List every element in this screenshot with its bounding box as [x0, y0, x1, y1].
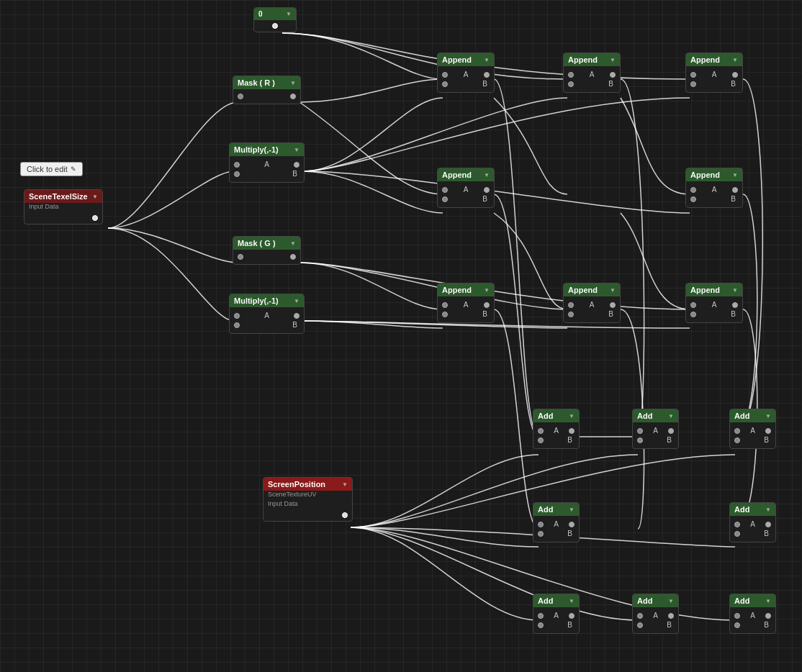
add-8-output-port[interactable] [765, 613, 771, 619]
append-3-header: Append ▼ [686, 53, 742, 66]
multiply1-b-port[interactable] [234, 171, 240, 177]
append-5-node[interactable]: Append ▼ A B [685, 168, 743, 208]
add-3-node[interactable]: Add ▼ A B [729, 409, 776, 449]
add-5-b-port[interactable] [734, 531, 740, 537]
append-8-a-port[interactable] [690, 302, 696, 308]
append-1-a-port[interactable] [442, 72, 448, 78]
mask-g-input-port[interactable] [238, 254, 243, 260]
append-3-node[interactable]: Append ▼ A B [685, 53, 743, 93]
dropdown-arrow: ▼ [342, 481, 348, 488]
multiply1-a-row: A [234, 160, 299, 168]
add-5-node[interactable]: Add ▼ A B [729, 502, 776, 542]
add-2-b-port[interactable] [637, 437, 643, 443]
add-1-node[interactable]: Add ▼ A B [533, 409, 580, 449]
append-3-b-port[interactable] [690, 81, 696, 87]
append-1-output-port[interactable] [484, 72, 490, 78]
add-7-node[interactable]: Add ▼ A B [632, 594, 679, 634]
append-6-node[interactable]: Append ▼ A B [437, 283, 495, 323]
append-6-output-port[interactable] [484, 302, 490, 308]
append-2-b-port[interactable] [568, 81, 574, 87]
dropdown-arrow: ▼ [610, 57, 616, 63]
screen-position-node[interactable]: ScreenPosition ▼ SceneTextureUV Input Da… [263, 477, 353, 522]
append-7-node[interactable]: Append ▼ A B [563, 283, 621, 323]
multiply2-b-label: B [292, 321, 297, 329]
add-2-output-port[interactable] [668, 428, 674, 434]
add-5-a-port[interactable] [734, 522, 740, 527]
append-6-a-row: A [442, 301, 490, 309]
edit-icon: ✎ [71, 165, 76, 173]
append-4-output-port[interactable] [484, 187, 490, 193]
add-3-a-port[interactable] [734, 428, 740, 434]
multiply1-b-label: B [292, 170, 297, 178]
append-8-b-port[interactable] [690, 312, 696, 317]
add-8-a-port[interactable] [734, 613, 740, 619]
append-4-a-port[interactable] [442, 187, 448, 193]
append-5-a-port[interactable] [690, 187, 696, 193]
append-2-output-port[interactable] [610, 72, 616, 78]
add-3-b-port[interactable] [734, 437, 740, 443]
zero-node[interactable]: 0 ▼ [253, 7, 297, 32]
add-7-output-port[interactable] [668, 613, 674, 619]
append-7-output-port[interactable] [610, 302, 616, 308]
append-6-a-port[interactable] [442, 302, 448, 308]
append-1-header: Append ▼ [438, 53, 494, 66]
multiply1-node[interactable]: Multiply(,-1) ▼ A B [229, 142, 305, 183]
add-1-a-port[interactable] [538, 428, 544, 434]
append-6-b-port[interactable] [442, 312, 448, 317]
add-4-output-port[interactable] [569, 522, 575, 527]
append-4-node[interactable]: Append ▼ A B [437, 168, 495, 208]
screen-pos-output-port[interactable] [342, 512, 348, 518]
multiply1-a-port[interactable] [234, 162, 240, 168]
multiply2-b-port[interactable] [234, 322, 240, 328]
mask-r-output-port[interactable] [290, 94, 296, 99]
append-5-b-port[interactable] [690, 196, 696, 202]
add-4-b-port[interactable] [538, 531, 544, 537]
add-4-node[interactable]: Add ▼ A B [533, 502, 580, 542]
append-7-a-port[interactable] [568, 302, 574, 308]
screen-pos-sub2: Input Data [263, 500, 352, 509]
add-4-a-port[interactable] [538, 522, 544, 527]
zero-output-port[interactable] [272, 23, 278, 29]
add-8-b-row: B [734, 621, 771, 629]
add-8-b-port[interactable] [734, 622, 740, 628]
append-1-node[interactable]: Append ▼ A B [437, 53, 495, 93]
dropdown-arrow: ▼ [732, 172, 738, 178]
mask-g-output-port[interactable] [290, 254, 296, 260]
add-6-output-port[interactable] [569, 613, 575, 619]
mask-r-node[interactable]: Mask ( R ) ▼ [233, 76, 301, 104]
add-8-node[interactable]: Add ▼ A B [729, 594, 776, 634]
click-to-edit-button[interactable]: Click to edit ✎ [20, 162, 83, 176]
append-5-output-port[interactable] [732, 187, 738, 193]
add-6-node[interactable]: Add ▼ A B [533, 594, 580, 634]
append-4-b-port[interactable] [442, 196, 448, 202]
output-port[interactable] [92, 215, 98, 221]
append-7-b-port[interactable] [568, 312, 574, 317]
add-6-b-port[interactable] [538, 622, 544, 628]
add-3-output-port[interactable] [765, 428, 771, 434]
add-2-node[interactable]: Add ▼ A B [632, 409, 679, 449]
add-7-b-port[interactable] [637, 622, 643, 628]
add-2-a-port[interactable] [637, 428, 643, 434]
multiply2-node[interactable]: Multiply(,-1) ▼ A B [229, 294, 305, 334]
multiply1-output-port[interactable] [294, 162, 299, 168]
append-3-output-port[interactable] [732, 72, 738, 78]
mask-r-input-port[interactable] [238, 94, 243, 99]
append-5-b-row: B [690, 195, 738, 203]
add-1-b-port[interactable] [538, 437, 544, 443]
append-8-output-port[interactable] [732, 302, 738, 308]
append-3-a-port[interactable] [690, 72, 696, 78]
append-8-node[interactable]: Append ▼ A B [685, 283, 743, 323]
add-7-a-port[interactable] [637, 613, 643, 619]
scene-texel-size-node[interactable]: SceneTexelSize ▼ Input Data [24, 189, 103, 224]
append-2-a-port[interactable] [568, 72, 574, 78]
add-5-output-port[interactable] [765, 522, 771, 527]
append-6-b-row: B [442, 310, 490, 318]
mask-g-node[interactable]: Mask ( G ) ▼ [233, 236, 301, 265]
add-6-a-port[interactable] [538, 613, 544, 619]
add-1-output-port[interactable] [569, 428, 575, 434]
append-2-node[interactable]: Append ▼ A B [563, 53, 621, 93]
multiply2-a-port[interactable] [234, 313, 240, 319]
append-1-b-port[interactable] [442, 81, 448, 87]
multiply2-output-port[interactable] [294, 313, 299, 319]
dropdown-arrow: ▼ [732, 57, 738, 63]
